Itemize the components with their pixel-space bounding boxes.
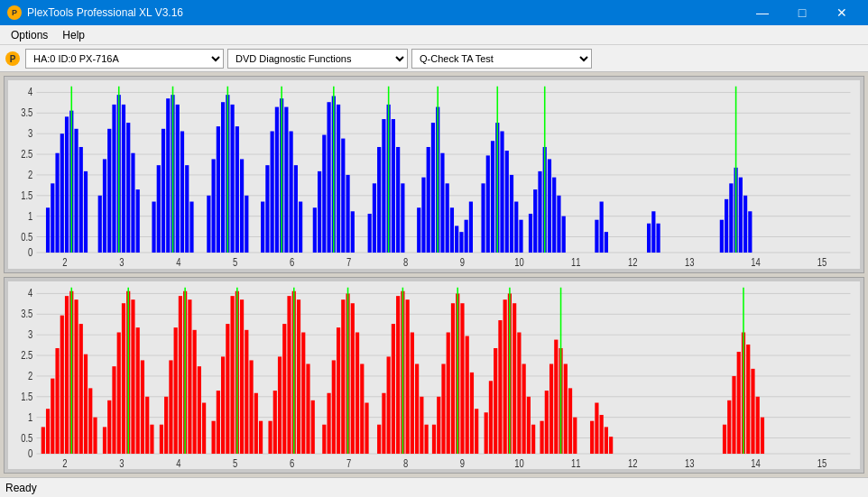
svg-text:2: 2 (62, 256, 67, 268)
svg-rect-61 (180, 131, 184, 253)
svg-rect-133 (557, 196, 560, 253)
svg-rect-75 (265, 165, 269, 253)
svg-rect-192 (88, 388, 92, 454)
svg-rect-270 (460, 303, 464, 454)
svg-rect-118 (491, 141, 494, 253)
svg-rect-232 (282, 324, 286, 454)
svg-rect-253 (387, 356, 391, 454)
svg-rect-295 (590, 420, 594, 453)
svg-rect-109 (440, 153, 444, 253)
svg-rect-84 (313, 207, 317, 253)
svg-rect-77 (275, 107, 279, 253)
svg-rect-115 (469, 202, 473, 253)
svg-rect-191 (84, 354, 88, 453)
svg-rect-216 (202, 402, 206, 453)
svg-rect-193 (93, 417, 97, 453)
bottom-chart-svg: 4 3.5 3 2.5 2 1.5 1 0.5 0 2 3 4 5 6 7 (8, 281, 860, 470)
svg-text:P: P (10, 54, 16, 64)
menu-options[interactable]: Options (4, 27, 55, 43)
svg-rect-274 (485, 412, 488, 454)
svg-rect-225 (245, 329, 248, 453)
svg-text:3: 3 (28, 127, 32, 139)
svg-rect-266 (447, 332, 450, 454)
svg-rect-238 (306, 364, 309, 454)
svg-rect-53 (136, 189, 140, 253)
svg-rect-143 (729, 183, 733, 253)
svg-rect-70 (230, 105, 234, 253)
svg-rect-248 (356, 332, 359, 454)
svg-rect-64 (207, 196, 210, 253)
svg-text:4: 4 (28, 287, 32, 299)
svg-rect-217 (212, 420, 216, 453)
bottom-chart-panel: 4 3.5 3 2.5 2 1.5 1 0.5 0 2 3 4 5 6 7 (4, 277, 864, 474)
test-select[interactable]: Q-Check TA Test (411, 49, 592, 69)
svg-rect-122 (505, 151, 509, 253)
svg-rect-94 (368, 214, 372, 253)
svg-rect-275 (489, 381, 493, 454)
svg-text:4: 4 (176, 256, 180, 268)
svg-rect-239 (311, 400, 315, 453)
svg-rect-281 (512, 303, 516, 454)
svg-text:9: 9 (460, 256, 465, 268)
svg-rect-300 (723, 424, 726, 453)
svg-text:5: 5 (233, 456, 237, 468)
svg-rect-264 (437, 396, 440, 453)
svg-rect-249 (360, 364, 364, 454)
svg-rect-198 (122, 303, 125, 454)
svg-rect-113 (459, 232, 463, 253)
svg-rect-181 (42, 427, 45, 454)
window: P PlexTools Professional XL V3.16 — □ ✕ … (0, 0, 868, 497)
svg-rect-54 (152, 202, 155, 253)
svg-rect-228 (259, 420, 263, 453)
svg-text:7: 7 (346, 456, 351, 468)
svg-rect-55 (157, 165, 161, 253)
svg-rect-207 (164, 396, 168, 453)
svg-text:11: 11 (571, 456, 580, 468)
menu-help[interactable]: Help (55, 27, 92, 43)
svg-rect-205 (150, 424, 153, 453)
svg-rect-263 (432, 424, 436, 453)
svg-rect-287 (545, 391, 549, 454)
svg-rect-52 (131, 153, 134, 253)
svg-rect-116 (481, 183, 485, 253)
svg-rect-142 (725, 199, 728, 253)
svg-rect-224 (240, 299, 244, 454)
svg-rect-91 (341, 139, 345, 253)
svg-rect-35 (51, 183, 54, 253)
svg-rect-261 (420, 396, 423, 453)
svg-text:14: 14 (751, 256, 760, 268)
svg-rect-241 (327, 392, 330, 453)
maximize-button[interactable]: □ (783, 0, 821, 25)
svg-rect-196 (112, 366, 115, 454)
svg-rect-201 (131, 299, 134, 454)
svg-rect-139 (651, 211, 655, 253)
svg-text:10: 10 (514, 256, 523, 268)
svg-rect-36 (55, 153, 59, 253)
svg-rect-303 (737, 352, 741, 454)
svg-rect-184 (55, 347, 59, 453)
svg-rect-80 (284, 107, 288, 253)
svg-rect-260 (415, 364, 419, 454)
svg-rect-67 (221, 102, 225, 253)
svg-text:4: 4 (176, 456, 180, 468)
svg-rect-90 (337, 105, 340, 253)
svg-rect-50 (122, 105, 125, 253)
svg-text:4: 4 (28, 86, 32, 97)
svg-rect-262 (425, 424, 429, 453)
svg-rect-237 (301, 332, 305, 454)
svg-rect-45 (103, 159, 106, 253)
minimize-button[interactable]: — (743, 0, 781, 25)
function-select[interactable]: DVD Diagnostic Functions (227, 49, 408, 69)
svg-rect-37 (60, 133, 64, 253)
svg-rect-258 (406, 299, 410, 454)
svg-rect-218 (217, 391, 220, 454)
drive-select[interactable]: HA:0 ID:0 PX-716A (25, 49, 224, 69)
svg-rect-95 (373, 183, 376, 253)
svg-rect-102 (401, 183, 404, 253)
svg-rect-74 (261, 202, 264, 253)
svg-rect-276 (494, 347, 497, 453)
close-button[interactable]: ✕ (823, 0, 861, 25)
svg-text:15: 15 (817, 456, 826, 468)
svg-rect-34 (46, 207, 50, 253)
app-icon: P (7, 5, 22, 20)
